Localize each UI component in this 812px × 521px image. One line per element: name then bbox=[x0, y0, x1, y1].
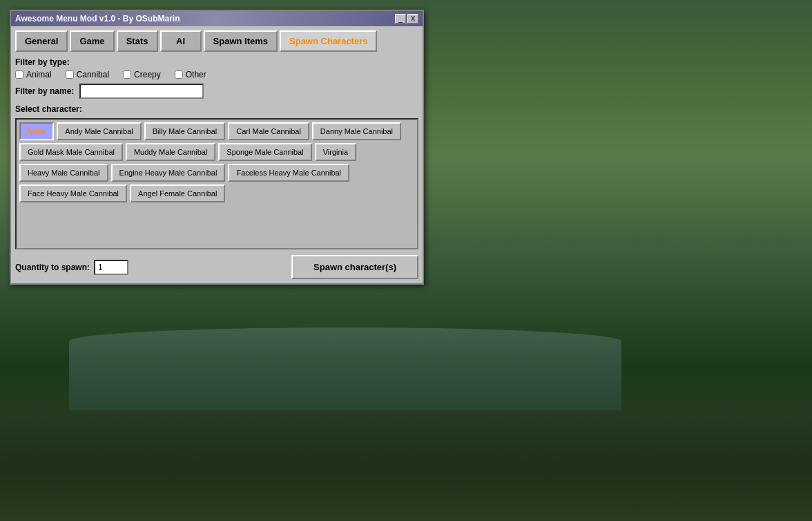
tab-ai[interactable]: AI bbox=[160, 30, 202, 52]
tab-stats[interactable]: Stats bbox=[117, 30, 158, 52]
checkbox-other-input[interactable] bbox=[175, 70, 183, 79]
checkbox-other[interactable]: Other bbox=[175, 70, 206, 79]
checkbox-creepy-label: Creepy bbox=[134, 70, 161, 79]
title-buttons: _ X bbox=[395, 14, 418, 23]
char-btn-none[interactable]: None bbox=[19, 122, 54, 140]
tab-general[interactable]: General bbox=[15, 30, 68, 52]
filter-name-row: Filter by name: bbox=[15, 84, 418, 99]
spawn-button[interactable]: Spawn character(s) bbox=[291, 255, 418, 279]
char-btn-billy[interactable]: Billy Male Cannibal bbox=[144, 122, 226, 140]
checkbox-creepy[interactable]: Creepy bbox=[123, 70, 161, 79]
quantity-label: Quantity to spawn: bbox=[15, 263, 90, 272]
checkbox-animal-input[interactable] bbox=[15, 70, 23, 79]
bottom-row: Quantity to spawn: Spawn character(s) bbox=[15, 255, 418, 279]
char-btn-andy[interactable]: Andy Male Cannibal bbox=[57, 122, 141, 140]
filter-name-label: Filter by name: bbox=[15, 86, 74, 96]
char-btn-engine-heavy[interactable]: Engine Heavy Male Cannibal bbox=[111, 164, 226, 182]
water-reflection bbox=[69, 328, 621, 410]
window-body: General Game Stats AI Spawn Items Spawn … bbox=[11, 26, 423, 283]
char-btn-muddy[interactable]: Muddy Male Cannibal bbox=[126, 143, 215, 161]
type-checkboxes: Animal Cannibal Creepy Other bbox=[15, 70, 418, 79]
checkbox-creepy-input[interactable] bbox=[123, 70, 131, 79]
checkbox-animal[interactable]: Animal bbox=[15, 70, 52, 79]
char-btn-danny[interactable]: Danny Male Cannibal bbox=[312, 122, 401, 140]
checkbox-cannibal-label: Cannibal bbox=[77, 70, 109, 79]
char-btn-virginia[interactable]: Virginia bbox=[315, 143, 357, 161]
char-btn-sponge[interactable]: Sponge Male Cannibal bbox=[218, 143, 311, 161]
filter-name-input[interactable] bbox=[79, 84, 204, 99]
checkbox-cannibal[interactable]: Cannibal bbox=[66, 70, 109, 79]
checkbox-other-label: Other bbox=[186, 70, 206, 79]
select-character-label: Select character: bbox=[15, 104, 418, 114]
tab-bar: General Game Stats AI Spawn Items Spawn … bbox=[15, 30, 418, 52]
char-btn-faceless-heavy[interactable]: Faceless Heavy Male Cannibal bbox=[228, 164, 349, 182]
tab-spawn-items[interactable]: Spawn Items bbox=[204, 30, 278, 52]
checkbox-animal-label: Animal bbox=[26, 70, 52, 79]
tab-game[interactable]: Game bbox=[70, 30, 114, 52]
quantity-input[interactable] bbox=[94, 260, 128, 275]
char-btn-gold-mask[interactable]: Gold Mask Male Cannibal bbox=[19, 143, 123, 161]
quantity-row: Quantity to spawn: bbox=[15, 260, 128, 275]
minimize-button[interactable]: _ bbox=[395, 14, 406, 23]
char-btn-carl[interactable]: Carl Male Cannibal bbox=[228, 122, 309, 140]
characters-grid: None Andy Male Cannibal Billy Male Canni… bbox=[19, 122, 414, 202]
filter-type-label: Filter by type: bbox=[15, 57, 418, 67]
char-btn-face-heavy[interactable]: Face Heavy Male Cannibal bbox=[19, 184, 127, 202]
close-button[interactable]: X bbox=[407, 14, 418, 23]
tab-spawn-characters[interactable]: Spawn Characters bbox=[280, 30, 377, 52]
characters-container[interactable]: None Andy Male Cannibal Billy Male Canni… bbox=[15, 118, 418, 249]
filter-type-section: Filter by type: Animal Cannibal Creepy O… bbox=[15, 57, 418, 79]
checkbox-cannibal-input[interactable] bbox=[66, 70, 74, 79]
window-title: Awesome Menu Mod v1.0 - By OSubMarin bbox=[15, 14, 180, 23]
char-btn-heavy[interactable]: Heavy Male Cannibal bbox=[19, 164, 108, 182]
title-bar: Awesome Menu Mod v1.0 - By OSubMarin _ X bbox=[11, 11, 423, 26]
mod-window: Awesome Menu Mod v1.0 - By OSubMarin _ X… bbox=[10, 10, 424, 285]
char-btn-angel-female[interactable]: Angel Female Cannibal bbox=[130, 184, 225, 202]
